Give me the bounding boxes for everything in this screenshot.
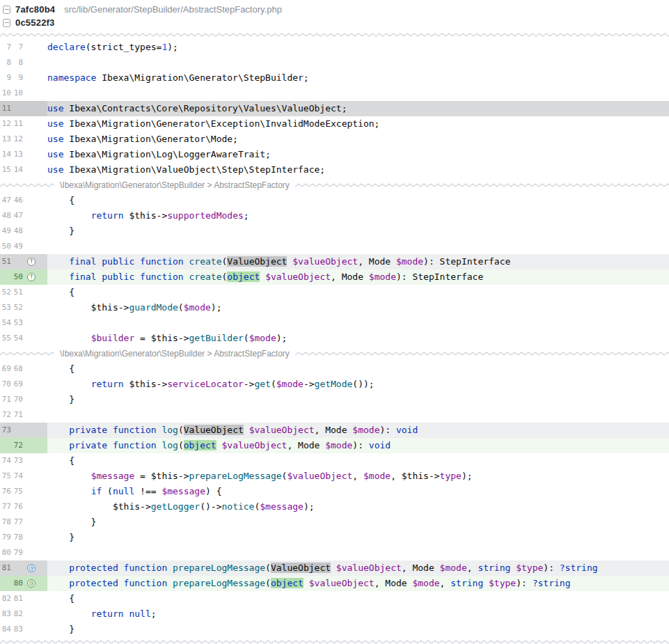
code-line[interactable]: 7978 } [0, 530, 669, 545]
code-text: $this->getLogger()->notice($message); [47, 499, 669, 515]
new-line-number: 13 [13, 147, 23, 162]
code-line[interactable]: 5352 $this->guardMode($mode); [0, 300, 669, 315]
code-line[interactable]: 8281 { [0, 591, 669, 606]
code-line[interactable]: 5554 $builder = $this->getBuilder($mode)… [0, 331, 669, 346]
code-text: } [47, 223, 669, 239]
code-line[interactable]: 5453 [0, 315, 669, 331]
commit-row-new: 0c5522f3 [3, 16, 665, 29]
annotated-method-icon[interactable]: @ [27, 564, 36, 572]
line-gutter: 50↑ [0, 269, 47, 285]
code-line[interactable]: 1010 [0, 86, 669, 101]
new-line-number: 52 [13, 300, 23, 315]
line-gutter: 5251 [0, 285, 47, 300]
line-gutter: 8079 [0, 545, 47, 560]
fold-separator[interactable] [0, 30, 669, 40]
code-line[interactable]: 77declare(strict_types=1); [0, 40, 669, 55]
commit-hash-new: 0c5522f3 [15, 17, 55, 28]
code-line[interactable]: 1413use Ibexa\Migration\Log\LoggerAwareT… [0, 147, 669, 162]
code-line[interactable]: 50↑ final public function create(object … [0, 269, 669, 285]
old-line-number: 76 [1, 484, 11, 499]
code-line[interactable]: 88 [0, 55, 669, 70]
code-line[interactable]: 6968 { [0, 361, 669, 377]
code-line[interactable]: 8079 [0, 545, 669, 560]
code-line[interactable]: 11use Ibexa\Contracts\Core\Repository\Va… [0, 101, 669, 116]
code-line[interactable]: 7271 [0, 407, 669, 423]
code-text: private function log(ValueObject $valueO… [47, 423, 669, 438]
code-text: use Ibexa\Migration\Log\LoggerAwareTrait… [47, 147, 669, 162]
fold-label: \Ibexa\Migration\Generator\StepBuilder >… [60, 180, 290, 190]
code-line[interactable]: 7170 } [0, 392, 669, 407]
code-text: use Ibexa\Migration\Generator\Mode; [47, 132, 669, 147]
code-line[interactable]: 1312use Ibexa\Migration\Generator\Mode; [0, 132, 669, 147]
annotated-method-icon[interactable]: @ [27, 579, 36, 588]
code-text: { [47, 361, 669, 377]
code-line[interactable]: 8382 return null; [0, 606, 669, 622]
code-line[interactable]: 7877 } [0, 515, 669, 530]
old-line-number: 12 [1, 116, 11, 132]
fold-separator[interactable]: \Ibexa\Migration\Generator\StepBuilder >… [0, 178, 669, 193]
code-line[interactable]: 51↑ final public function create(ValueOb… [0, 254, 669, 269]
old-line-number: 82 [1, 591, 11, 606]
old-line-number: 47 [1, 193, 11, 208]
code-line[interactable]: 7069 return $this->serviceLocator->get($… [0, 377, 669, 392]
override-method-icon[interactable]: ↑ [27, 273, 36, 281]
line-gutter: 73 [0, 423, 47, 438]
new-line-number: 74 [13, 469, 23, 484]
old-line-number: 70 [1, 377, 11, 392]
line-gutter: 72 [0, 438, 47, 453]
gutter-icon-cell: ↑ [26, 258, 37, 266]
line-gutter: 4948 [0, 223, 47, 239]
code-text [47, 407, 669, 423]
code-line[interactable]: 73 private function log(ValueObject $val… [0, 423, 669, 438]
code-line[interactable]: 80@ protected function prepareLogMessage… [0, 576, 669, 591]
code-line[interactable]: 8483 } [0, 622, 669, 637]
new-line-number: 9 [13, 70, 23, 86]
new-line-number: 50 [13, 269, 23, 285]
old-line-number: 48 [1, 208, 11, 223]
code-line[interactable]: 4847 return $this->supportedModes; [0, 208, 669, 223]
code-line[interactable]: 99namespace Ibexa\Migration\Generator\St… [0, 70, 669, 86]
new-line-number: 46 [13, 193, 23, 208]
new-line-number: 71 [13, 407, 23, 423]
code-line[interactable]: 7473 { [0, 453, 669, 469]
code-text: $this->guardMode($mode); [47, 300, 669, 315]
fold-separator[interactable]: \Ibexa\Migration\Generator\StepBuilder >… [0, 346, 669, 361]
code-text: return null; [47, 606, 669, 622]
line-gutter: 7776 [0, 499, 47, 515]
code-text: { [47, 285, 669, 300]
code-line[interactable]: 81@ protected function prepareLogMessage… [0, 560, 669, 576]
old-line-number: 8 [1, 55, 11, 70]
line-gutter: 8281 [0, 591, 47, 606]
line-gutter: 7978 [0, 530, 47, 545]
code-text: private function log(object $valueObject… [47, 438, 669, 453]
code-line[interactable]: 72 private function log(object $valueObj… [0, 438, 669, 453]
new-line-number: 81 [13, 591, 23, 606]
code-line[interactable]: 1514use Ibexa\Migration\ValueObject\Step… [0, 162, 669, 178]
line-gutter: 7170 [0, 392, 47, 407]
code-line[interactable]: 7776 $this->getLogger()->notice($message… [0, 499, 669, 515]
code-line[interactable]: 4746 { [0, 193, 669, 208]
code-line[interactable]: 7675 if (null !== $message) { [0, 484, 669, 499]
old-line-number: 15 [1, 162, 11, 178]
new-line-number: 7 [13, 40, 23, 55]
new-line-number: 49 [13, 239, 23, 254]
code-line[interactable]: 1211use Ibexa\Migration\Generator\Except… [0, 116, 669, 132]
line-gutter: 4746 [0, 193, 47, 208]
override-method-icon[interactable]: ↑ [27, 258, 36, 266]
code-line[interactable]: 5251 { [0, 285, 669, 300]
fold-separator[interactable] [0, 637, 669, 644]
old-line-number: 53 [1, 300, 11, 315]
new-line-number: 14 [13, 162, 23, 178]
old-line-number: 78 [1, 515, 11, 530]
line-gutter: 7675 [0, 484, 47, 499]
old-line-number: 80 [1, 545, 11, 560]
code-line[interactable]: 5049 [0, 239, 669, 254]
gutter-icon-cell: @ [26, 564, 37, 572]
code-text: return $this->supportedModes; [47, 208, 669, 223]
code-line[interactable]: 7574 $message = $this->prepareLogMessage… [0, 469, 669, 484]
diff-header: 7afc80b4 src/lib/Generator/StepBuilder/A… [0, 0, 669, 30]
old-line-number: 77 [1, 499, 11, 515]
fold-label: \Ibexa\Migration\Generator\StepBuilder >… [60, 349, 290, 359]
code-line[interactable]: 4948 } [0, 223, 669, 239]
old-line-number: 14 [1, 147, 11, 162]
